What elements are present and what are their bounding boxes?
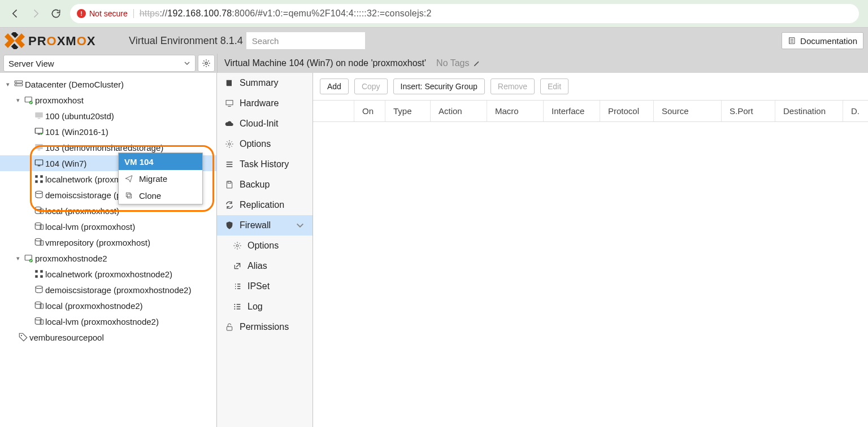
svg-rect-21 xyxy=(40,180,43,183)
subnav-backup[interactable]: Backup xyxy=(217,175,313,195)
svg-rect-17 xyxy=(38,165,41,167)
add-button[interactable]: Add xyxy=(320,79,349,94)
storage-icon xyxy=(33,237,45,247)
book-icon xyxy=(225,79,234,88)
tree-network-2[interactable]: localnetwork (proxmoxhostnode2) xyxy=(0,266,216,282)
context-item-clone[interactable]: Clone xyxy=(119,187,202,204)
svg-point-7 xyxy=(16,84,18,85)
copy-button[interactable]: Copy xyxy=(354,79,388,94)
subnav-alias[interactable]: Alias xyxy=(217,256,313,276)
view-selector[interactable]: Server View xyxy=(3,55,196,72)
tree-vm-101[interactable]: 101 (Win2016-1) xyxy=(0,124,216,140)
svg-point-47 xyxy=(234,304,235,305)
server-icon xyxy=(23,95,35,105)
subnav-ipset[interactable]: IPSet xyxy=(217,276,313,297)
tree-vm-100[interactable]: 100 (ubuntu20std) xyxy=(0,108,216,124)
svg-rect-42 xyxy=(128,194,132,198)
subnav-cloudinit[interactable]: Cloud-Init xyxy=(217,114,313,134)
datacenter-icon xyxy=(12,79,25,89)
edit-button[interactable]: Edit xyxy=(540,79,568,94)
col-dport[interactable]: D. xyxy=(843,101,868,121)
subnav-summary[interactable]: Summary xyxy=(217,73,313,93)
svg-rect-4 xyxy=(15,81,23,83)
svg-point-6 xyxy=(16,81,18,82)
address-bar[interactable]: ! Not secure https://192.168.100.78:8006… xyxy=(70,4,859,23)
col-interface[interactable]: Interface xyxy=(543,101,600,121)
svg-rect-1 xyxy=(11,43,19,49)
button-row: Add Copy Insert: Security Group Remove E… xyxy=(313,73,868,101)
svg-rect-15 xyxy=(38,150,41,151)
url-text: https://192.168.100.78:8006/#v1:0:=qemu%… xyxy=(140,8,432,19)
firewall-content: Add Copy Insert: Security Group Remove E… xyxy=(313,73,868,427)
svg-point-40 xyxy=(21,335,22,336)
subnav-firewall[interactable]: Firewall xyxy=(217,215,313,236)
svg-rect-16 xyxy=(35,160,43,165)
forward-icon[interactable] xyxy=(29,8,42,19)
tree-storage-local2[interactable]: local (proxmoxhostnode2) xyxy=(0,298,216,313)
tags-editor[interactable]: No Tags xyxy=(436,58,480,68)
col-macro[interactable]: Macro xyxy=(487,101,543,121)
col-action[interactable]: Action xyxy=(430,101,487,121)
tree-storage-locallvm2[interactable]: local-lvm (proxmoxhostnode2) xyxy=(0,313,216,329)
content-title-bar: Virtual Machine 104 (Win7) on node 'prox… xyxy=(217,54,868,73)
tree-storage-vmrepo[interactable]: vmrepository (proxmoxhost) xyxy=(0,234,216,250)
shield-icon xyxy=(225,221,234,230)
not-secure-indicator[interactable]: ! Not secure xyxy=(77,9,134,18)
subnav-fw-options[interactable]: Options xyxy=(217,236,313,256)
proxmox-logo[interactable]: PROXMOX xyxy=(5,32,123,49)
collapse-icon[interactable]: ▾ xyxy=(14,255,23,262)
subnav-permissions[interactable]: Permissions xyxy=(217,317,313,337)
col-source[interactable]: Source xyxy=(653,101,721,121)
gear-icon xyxy=(225,140,234,149)
tree-node-proxmoxhostnode2[interactable]: ▾ proxmoxhostnode2 xyxy=(0,250,216,266)
back-icon[interactable] xyxy=(9,8,21,19)
gear-icon xyxy=(202,59,211,68)
monitor-icon xyxy=(33,158,45,168)
reload-icon[interactable] xyxy=(50,8,62,19)
settings-button[interactable] xyxy=(198,55,215,72)
svg-rect-10 xyxy=(35,112,43,117)
insert-security-group-button[interactable]: Insert: Security Group xyxy=(393,79,485,94)
col-destination[interactable]: Destination xyxy=(775,101,843,121)
subnav-log[interactable]: Log xyxy=(217,297,313,317)
collapse-icon[interactable]: ▾ xyxy=(3,81,12,88)
tree-storage-demoiscsi2[interactable]: demoiscsistorage (proxmoxhostnode2) xyxy=(0,282,216,298)
search-input[interactable]: Search xyxy=(246,32,365,49)
subnav-options[interactable]: Options xyxy=(217,134,313,154)
tree-storage-locallvm[interactable]: local-lvm (proxmoxhost) xyxy=(0,219,216,234)
svg-rect-50 xyxy=(227,326,232,330)
tree-node-proxmoxhost[interactable]: ▾ proxmoxhost xyxy=(0,92,216,108)
storage-icon xyxy=(33,285,45,295)
collapse-icon[interactable]: ▾ xyxy=(14,97,23,104)
subnav-replication[interactable]: Replication xyxy=(217,195,313,215)
sync-icon xyxy=(225,201,234,210)
paper-plane-icon xyxy=(124,175,133,182)
svg-rect-41 xyxy=(126,193,130,197)
tree-storage-local[interactable]: local (proxmoxhost) xyxy=(0,203,216,219)
col-blank[interactable] xyxy=(313,101,354,121)
subnav-task-history[interactable]: Task History xyxy=(217,154,313,175)
monitor-running-icon xyxy=(33,127,45,137)
resource-tree: ▾ Datacenter (DemoCluster) ▾ proxmoxhost… xyxy=(0,73,217,427)
svg-rect-43 xyxy=(226,101,233,105)
list-icon xyxy=(225,160,234,169)
main-area: ▾ Datacenter (DemoCluster) ▾ proxmoxhost… xyxy=(0,73,868,427)
col-type[interactable]: Type xyxy=(385,101,430,121)
svg-rect-32 xyxy=(40,270,43,273)
external-link-icon xyxy=(233,262,242,271)
col-on[interactable]: On xyxy=(354,101,385,121)
subnav-hardware[interactable]: Hardware xyxy=(217,93,313,114)
grid-header: On Type Action Macro Interface Protocol … xyxy=(313,101,868,122)
pencil-icon xyxy=(473,59,481,67)
tree-datacenter[interactable]: ▾ Datacenter (DemoCluster) xyxy=(0,76,216,92)
col-sport[interactable]: S.Port xyxy=(721,101,775,121)
network-icon xyxy=(33,174,45,184)
svg-rect-12 xyxy=(35,128,43,133)
col-protocol[interactable]: Protocol xyxy=(600,101,653,121)
remove-button[interactable]: Remove xyxy=(491,79,535,94)
warning-icon: ! xyxy=(77,9,86,18)
context-item-migrate[interactable]: Migrate xyxy=(119,170,202,187)
svg-rect-19 xyxy=(40,175,43,178)
tree-pool[interactable]: vemburesourcepool xyxy=(0,329,216,345)
documentation-button[interactable]: Documentation xyxy=(782,32,863,49)
